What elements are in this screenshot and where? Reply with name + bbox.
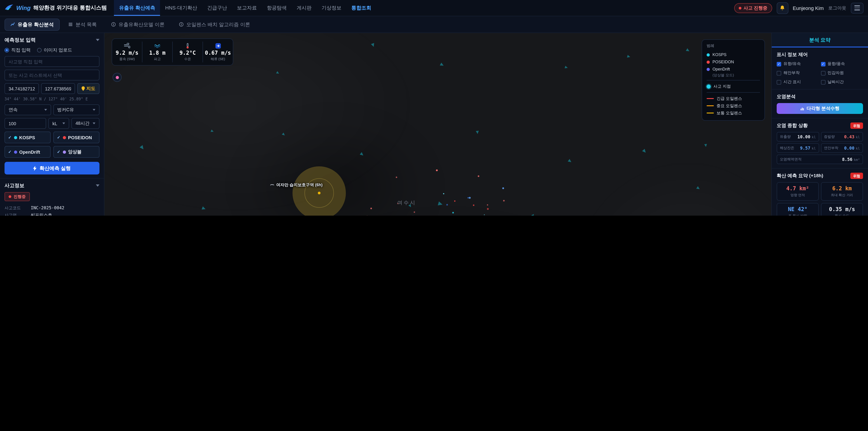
- nav-item-7[interactable]: 통합조회: [346, 0, 376, 16]
- model-color-dot-icon: [14, 136, 17, 139]
- longitude-input[interactable]: [41, 83, 75, 94]
- display-option-4[interactable]: 시간 표시: [777, 79, 819, 85]
- check-icon: ✓: [8, 150, 11, 154]
- main-nav: 유출유 확산예측HNS·대기확산긴급구난보고자료항공탐색게시판기상정보통합조회: [114, 0, 376, 16]
- info-icon: [179, 22, 184, 27]
- legend-model-label: OpenDrift: [712, 67, 730, 71]
- unit-select[interactable]: kL: [49, 118, 69, 129]
- polygon-analysis-button[interactable]: 다각형 분석수행: [777, 103, 863, 114]
- nav-item-1[interactable]: HNS·대기확산: [160, 0, 202, 16]
- top-navbar: Wing 해양환경 위기대응 통합시스템 유출유 확산예측HNS·대기확산긴급구…: [0, 0, 868, 16]
- protected-zone: [292, 166, 346, 216]
- run-prediction-button[interactable]: 확산예측 실행: [4, 162, 99, 175]
- display-option-3[interactable]: 민감자원: [821, 70, 863, 76]
- model-label: OpenDrift: [19, 149, 40, 154]
- analysis-summary-tab[interactable]: 분석 요약: [772, 33, 868, 48]
- model-chip-OpenDrift[interactable]: ✓OpenDrift: [4, 146, 51, 158]
- weather-value: 9.2 m/s: [116, 50, 138, 56]
- display-option-2[interactable]: 해안부착: [777, 70, 819, 76]
- checkbox-icon: [821, 80, 825, 84]
- nav-item-2[interactable]: 긴급구난: [202, 0, 232, 16]
- model-chip-KOSPS[interactable]: ✓KOSPS: [4, 131, 51, 143]
- tab-0[interactable]: 유출유 확산분석: [4, 18, 60, 31]
- nav-item-5[interactable]: 게시판: [292, 0, 317, 16]
- pollution-cell-unit: kl: [856, 147, 860, 151]
- nav-item-6[interactable]: 기상정보: [317, 0, 346, 16]
- display-option-label: 시간 표시: [783, 79, 801, 85]
- weather-cell-1: 1.8 m파고: [143, 41, 173, 62]
- lightning-icon: [33, 166, 37, 171]
- fence-line-icon: [707, 98, 714, 99]
- weather-icon-wrap: [154, 42, 160, 49]
- pick-on-map-button[interactable]: 지도: [77, 83, 99, 94]
- legend-fence: 긴급 오일펜스: [707, 95, 760, 102]
- legend-incident-point: 사고 지점: [707, 83, 760, 90]
- amount-input[interactable]: [4, 118, 46, 129]
- duration-select[interactable]: 48시간: [71, 118, 99, 129]
- magenta-dot-icon: [116, 76, 119, 79]
- checkbox-icon: ✓: [777, 62, 781, 66]
- incident-point-icon: [707, 84, 711, 88]
- map-legend: 범례 KOSPSPOSEIDONOpenDrift (앙상블 모드) 사고 지점…: [702, 39, 765, 121]
- fence-line-icon: [707, 113, 714, 114]
- legend-fence-label: 중요 오일펜스: [717, 103, 742, 109]
- tab-1[interactable]: 분석 목록: [62, 18, 103, 31]
- protected-area-marker-label[interactable]: 여자만 습지보호구역 (6h): [270, 182, 322, 188]
- incident-list-input[interactable]: [4, 70, 99, 81]
- radio-image-upload[interactable]: 이미지 업로드: [37, 47, 72, 53]
- predict-input-header[interactable]: 예측정보 입력: [4, 37, 99, 43]
- map-canvas[interactable]: 여수시 화양면 남면 여자만 습지보호구역 (6h) 무슬포 해수욕장 (1h)…: [104, 33, 771, 216]
- oil-type-select[interactable]: 벙커C유: [53, 104, 99, 115]
- model-chip-POSEIDON[interactable]: ✓POSEIDON: [53, 131, 99, 143]
- display-option-1[interactable]: ✓풍향/풍속: [821, 61, 863, 67]
- display-option-0[interactable]: ✓유향/유속: [777, 61, 819, 67]
- nav-item-4[interactable]: 항공탐색: [262, 0, 292, 16]
- incident-info-section: 사고정보 진행중 사고코드INC-2025-0042사고명씨프린스호사고일시20…: [0, 179, 104, 216]
- tab-3[interactable]: 오일펜스 배치 알고리즘 이론: [173, 18, 256, 31]
- forecast-card-label: 영향 면적: [779, 193, 816, 197]
- tab-2[interactable]: 유출유확산모델 이론: [105, 18, 170, 31]
- pollution-cell-label: 증발량: [824, 134, 835, 139]
- incident-info-header[interactable]: 사고정보: [4, 182, 99, 189]
- forecast-card-3: 0.35 m/s확산 속도: [821, 203, 863, 216]
- menu-button[interactable]: [851, 2, 864, 13]
- incident-name-input[interactable]: [4, 56, 99, 67]
- pollution-cell-2: 해상잔존9.57kl: [777, 143, 819, 153]
- pollution-cell-1: 증발량0.43kl: [821, 132, 863, 142]
- radio-direct-input[interactable]: 직접 입력: [4, 47, 31, 53]
- incident-row-label: 사고명: [4, 212, 31, 216]
- incident-info-title: 사고정보: [4, 182, 24, 189]
- incident-row-label: 사고코드: [4, 205, 31, 211]
- map-pin-icon: [81, 86, 85, 91]
- pollution-cell-unit: kl: [812, 147, 816, 151]
- chevron-down-icon: [96, 39, 99, 41]
- weather-label: 풍속 (SW): [119, 57, 135, 61]
- info-icon: [111, 22, 116, 27]
- model-chip-앙상블[interactable]: ✓앙상블: [53, 146, 99, 158]
- nav-item-0[interactable]: 유출유 확산예측: [114, 0, 160, 16]
- pollution-cell-label: 연안부착: [824, 146, 838, 151]
- model-label: KOSPS: [19, 135, 35, 140]
- display-option-label: 풍향/풍속: [828, 61, 845, 67]
- incident-progress-badge: 진행중: [4, 192, 30, 201]
- checkbox-icon: [777, 80, 781, 84]
- model-color-dot-icon: [63, 136, 66, 139]
- latitude-input[interactable]: [4, 83, 39, 94]
- notification-bell-button[interactable]: [776, 2, 788, 14]
- weather-icon-wrap: [186, 42, 189, 49]
- thermometer-icon: [186, 43, 189, 49]
- spill-type-select[interactable]: 연속: [4, 104, 51, 115]
- display-control-title: 표시 정보 제어: [777, 52, 863, 58]
- forecast-summary-section: 확산 예측 요약 (+18h) 위험 4.7 km²영향 면적6.2 km최대 …: [772, 168, 868, 216]
- legend-ensemble-note: (앙상블 모드): [712, 73, 760, 78]
- coordinate-dms-readout: 34° 44' 30.58" N / 127° 40' 25.89" E: [4, 97, 99, 101]
- logout-button[interactable]: 로그아웃: [828, 5, 846, 11]
- nav-item-3[interactable]: 보고자료: [232, 0, 262, 16]
- display-option-5[interactable]: 날짜시간: [821, 79, 863, 85]
- pollution-cell-value: 9.57kl: [800, 146, 816, 151]
- weather-icon-wrap: [124, 42, 130, 49]
- weather-cell-2: 9.2°C수온: [173, 41, 203, 62]
- check-icon: ✓: [57, 150, 60, 154]
- layer-quick-toggle-button[interactable]: [113, 73, 122, 82]
- incident-row-1: 사고명씨프린스호: [4, 212, 99, 216]
